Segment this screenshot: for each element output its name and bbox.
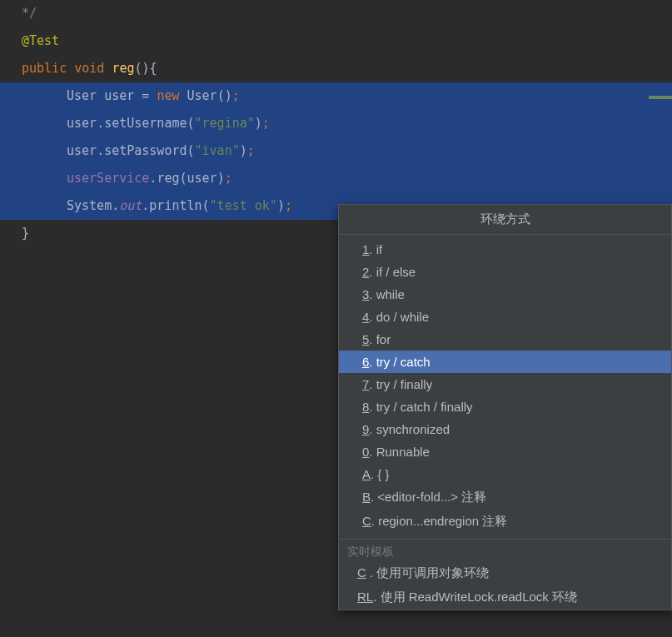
surround-option-region[interactable]: C. region...endregion 注释 (339, 510, 671, 534)
selection-gutter (0, 165, 10, 192)
code-line-selected: user.setPassword("ivan"); (0, 137, 672, 165)
surround-option-try-finally[interactable]: 7. try / finally (339, 373, 671, 396)
surround-option-try-catch-finally[interactable]: 8. try / catch / finally (339, 396, 671, 418)
surround-option-editor-fold[interactable]: B. <editor-fold...> 注释 (339, 485, 671, 510)
surround-with-popup: 环绕方式 1. if 2. if / else 3. while 4. do /… (338, 204, 672, 610)
surround-option-braces[interactable]: A. { } (339, 463, 671, 485)
surround-option-runnable[interactable]: 0. Runnable (339, 440, 671, 463)
code-line-selected: User user = new User(); (0, 82, 672, 110)
editor-marker (649, 96, 672, 99)
comment-end: */ (22, 6, 37, 21)
surround-template-readwritelock[interactable]: RL. 使用 ReadWriteLock.readLock 环绕 (339, 585, 671, 610)
surround-option-try-catch[interactable]: 6. try / catch (339, 351, 671, 373)
surround-option-synchronized[interactable]: 9. synchronized (339, 418, 671, 440)
code-line-annotation: @Test (0, 27, 672, 55)
popup-title: 环绕方式 (339, 205, 671, 235)
surround-option-do-while[interactable]: 4. do / while (339, 306, 671, 328)
code-line-selected: user.setUsername("regina"); (0, 110, 672, 137)
surround-option-if-else[interactable]: 2. if / else (339, 261, 671, 283)
selection-gutter (0, 82, 10, 110)
selection-gutter (0, 137, 10, 165)
surround-option-if[interactable]: 1. if (339, 238, 671, 261)
code-line-selected: userService.reg(user); (0, 165, 672, 192)
surround-option-for[interactable]: 5. for (339, 328, 671, 351)
test-annotation: @Test (22, 33, 59, 48)
code-line: */ (0, 0, 672, 27)
surround-template-callable[interactable]: C . 使用可调用对象环绕 (339, 561, 671, 585)
selection-gutter (0, 192, 10, 220)
popup-list: 1. if 2. if / else 3. while 4. do / whil… (339, 235, 671, 537)
popup-separator (339, 539, 671, 540)
popup-section-header: 实时模板 (339, 541, 671, 561)
surround-option-while[interactable]: 3. while (339, 283, 671, 306)
selection-gutter (0, 110, 10, 137)
code-line-method-signature: public void reg(){ (0, 55, 672, 82)
